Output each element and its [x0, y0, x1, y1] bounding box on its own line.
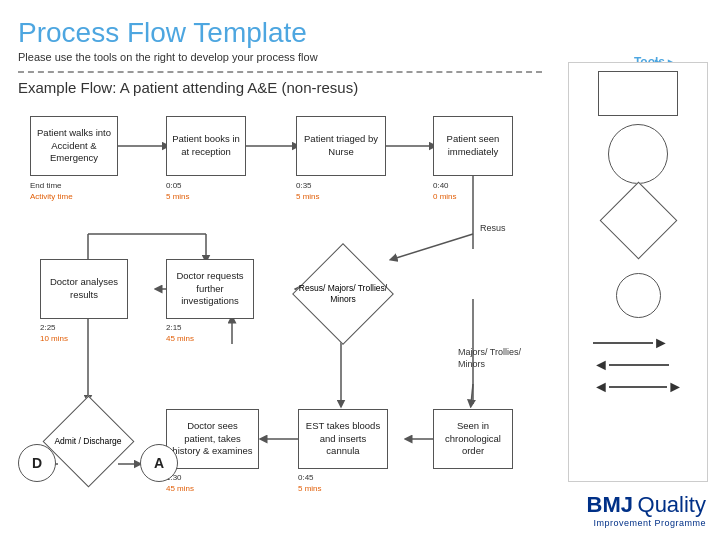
tool-right-arrow[interactable]: ►: [593, 334, 683, 352]
box-patient-walks: Patient walks into Accident & Emergency: [30, 116, 118, 176]
circle-a: A: [140, 444, 178, 482]
time-box8: 0:45 5 mins: [298, 472, 322, 494]
bmj-logo: BMJ Quality Improvement Programme: [587, 492, 706, 528]
circle-d: D: [18, 444, 56, 482]
box-doctor-sees: Doctor sees patient, takes history & exa…: [166, 409, 259, 469]
box-est-bloods: EST takes bloods and inserts cannula: [298, 409, 388, 469]
tool-rectangle[interactable]: [598, 71, 678, 116]
time-box1: End time Activity time: [30, 180, 73, 202]
tool-diamond[interactable]: [599, 181, 677, 259]
time-box4: 0:40 0 mins: [433, 180, 457, 202]
tool-arrows: ► ◄ ◄►: [593, 334, 683, 396]
bmj-bold: BMJ: [587, 492, 633, 517]
box-doctor-analyses: Doctor analyses results: [40, 259, 128, 319]
box-patient-books: Patient books in at reception: [166, 116, 246, 176]
svg-line-19: [393, 234, 473, 259]
time-box6: 2:15 45 mins: [166, 322, 194, 344]
box-doctor-requests: Doctor requests further investigations: [166, 259, 254, 319]
page-title: Process Flow Template: [18, 18, 702, 49]
box-patient-triaged: Patient triaged by Nurse: [296, 116, 386, 176]
majors-label: Majors/ Trollies/ Minors: [458, 346, 547, 371]
dashed-divider: [18, 71, 542, 73]
tool-left-arrow[interactable]: ◄: [593, 356, 683, 374]
page-subtitle: Please use the tools on the right to dev…: [18, 51, 702, 63]
bmj-quality: Quality: [638, 492, 706, 517]
tool-double-arrow[interactable]: ◄►: [593, 378, 683, 396]
box-patient-seen: Patient seen immediately: [433, 116, 513, 176]
svg-line-20: [471, 384, 473, 404]
time-box3: 0:35 5 mins: [296, 180, 320, 202]
diamond-resus: Resus/ Majors/ Trollies/ Minors: [298, 249, 388, 339]
tool-circle[interactable]: [608, 124, 668, 184]
time-box5: 2:25 10 mins: [40, 322, 68, 344]
resus-label: Resus: [480, 222, 506, 235]
tool-small-circle[interactable]: [616, 273, 661, 318]
tools-panel: ► ◄ ◄►: [568, 62, 708, 482]
box-seen-chronological: Seen in chronological order: [433, 409, 513, 469]
time-box2: 0:05 5 mins: [166, 180, 190, 202]
diamond-admit-discharge: Admit / Discharge: [48, 402, 128, 482]
flow-area: Patient walks into Accident & Emergency …: [18, 104, 547, 484]
bmj-sub: Improvement Programme: [587, 518, 706, 528]
